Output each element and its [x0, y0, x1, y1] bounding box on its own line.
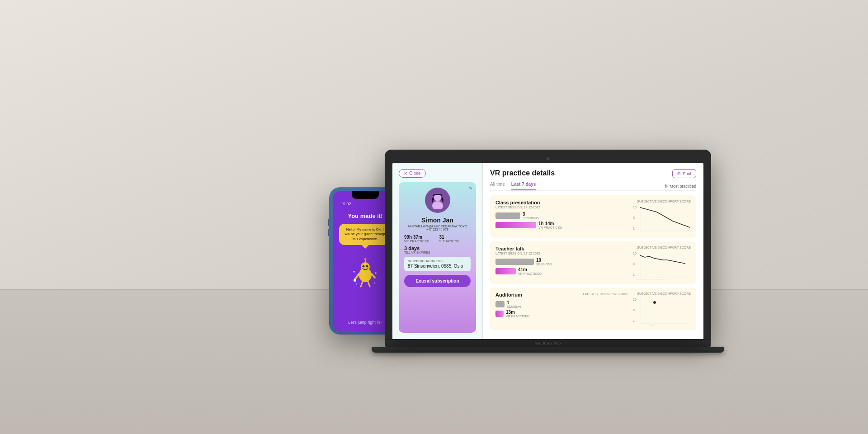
close-label: Close [409, 171, 421, 176]
profile-name: Simon Jan [404, 217, 471, 224]
days-till-label: TILL VR EXPIRES [404, 251, 471, 254]
sessions-count-2: 1 SESSION [507, 300, 521, 308]
sort-label: Most practiced [670, 184, 696, 189]
panel-header: VR practice details ⊞ Print [490, 169, 696, 178]
svg-point-14 [374, 283, 375, 284]
shipping-box: SHIPPING ADDRESS 87 Sinsenveien, 0585, O… [404, 257, 471, 271]
right-panel: VR practice details ⊞ Print All time Las… [483, 163, 703, 339]
situations-label: SITUATIONS [439, 240, 471, 243]
print-button[interactable]: ⊞ Print [672, 169, 696, 178]
svg-text:10: 10 [633, 252, 637, 255]
bar-pink-0 [495, 222, 536, 228]
card-left-0: Class presentation LATEST SESSION: 22-12… [495, 200, 627, 233]
bar-row-sessions-0: 3 SESSIONS [495, 212, 627, 220]
tab-all-time[interactable]: All time [490, 182, 505, 190]
bar-row-vr-2: 13m VR PRACTICED [495, 310, 627, 318]
situations-stat: 31 SITUATIONS [439, 235, 471, 243]
profile-card: ✎ Simon Jan AKHTAR.LAVA@LAH [399, 182, 476, 333]
practice-card-2: Auditorium LATEST SESSION: 23-12-2022 1 … [490, 288, 696, 330]
svg-point-2 [363, 265, 365, 268]
vr-time-2: 13m VR PRACTICED [506, 310, 529, 318]
svg-line-10 [368, 282, 370, 287]
svg-point-13 [375, 272, 377, 274]
card-session-date-1: LATEST SESSION: 17-12-2022 [495, 252, 627, 255]
bar-gray-0 [495, 212, 520, 219]
phone-vol-up-button [328, 219, 329, 226]
svg-point-7 [354, 279, 356, 282]
chart-svg-0: 10 5 1 01 02 03 Sessions [632, 204, 691, 233]
vr-time-1: 41m VR PRACTICED [518, 267, 542, 275]
svg-line-8 [372, 274, 375, 278]
laptop-screen: ✕ Close ✎ S [392, 163, 703, 339]
shipping-address: 87 Sinsenveien, 0585, Oslo [408, 264, 467, 269]
chart-label-1: SUBJECTIVE DISCOMFORT SCORE [632, 246, 691, 249]
chart-area-1: 10 5 1 01 02 03 04 05 06 07 08 09 10 Ses… [632, 250, 691, 279]
close-icon: ✕ [404, 171, 407, 176]
left-panel: ✕ Close ✎ S [392, 163, 483, 339]
card-right-2: SUBJECTIVE DISCOMFORT SCORE 10 5 1 01 [632, 292, 691, 326]
sort-button[interactable]: ⇅ Most practiced [665, 184, 696, 189]
chart-svg-1: 10 5 1 01 02 03 04 05 06 07 08 09 10 Ses… [632, 250, 691, 279]
avatar-silhouette [429, 191, 447, 209]
edit-icon[interactable]: ✎ [469, 186, 472, 191]
bar-gray-2 [495, 301, 505, 307]
svg-text:01 02 03 04 05 06 07 08 09 10: 01 02 03 04 05 06 07 08 09 10 [637, 278, 667, 279]
speech-bubble: Hello! My name is Oki. I will be your gu… [339, 224, 392, 245]
phone-vol-down-button [328, 229, 329, 236]
bar-pink-1 [495, 268, 516, 274]
days-till: 3 days TILL VR EXPIRES [404, 245, 471, 254]
close-button[interactable]: ✕ Close [399, 169, 426, 178]
card-session-date-0: LATEST SESSION: 22-12-2022 [495, 206, 627, 209]
svg-text:01: 01 [650, 325, 653, 326]
laptop-screen-outer: ✕ Close ✎ S [385, 150, 711, 339]
extend-subscription-button[interactable]: Extend subscription [404, 275, 471, 287]
card-left-2: Auditorium LATEST SESSION: 23-12-2022 1 … [495, 292, 627, 326]
svg-point-11 [353, 271, 355, 273]
bar-row-sessions-1: 10 SESSIONS [495, 258, 627, 266]
bar-group-0: 3 SESSIONS 1h 14m VR PRACTICED [495, 212, 627, 229]
robot-icon [349, 256, 381, 292]
bar-group-1: 10 SESSIONS 41m VR PRACTICED [495, 258, 627, 275]
shipping-label: SHIPPING ADDRESS [408, 259, 467, 263]
bar-gray-1 [495, 259, 534, 265]
tab-last-7-days[interactable]: Last 7 days [511, 182, 536, 190]
svg-text:1: 1 [633, 273, 635, 276]
practice-card-1: Teacher talk LATEST SESSION: 17-12-2022 … [490, 241, 696, 284]
phone-title: You made it! [348, 212, 382, 219]
card-title-0: Class presentation [495, 200, 627, 205]
card-right-0: SUBJECTIVE DISCOMFORT SCORE 10 5 1 01 [632, 200, 691, 233]
bar-row-sessions-2: 1 SESSION [495, 300, 627, 308]
laptop-brand-logo: MacBook Pro [534, 341, 561, 345]
practice-card-0: Class presentation LATEST SESSION: 22-12… [490, 195, 696, 238]
svg-text:02: 02 [655, 232, 658, 233]
card-title-1: Teacher talk [495, 246, 627, 251]
svg-text:5: 5 [633, 262, 635, 265]
tabs-container: All time Last 7 days [490, 182, 536, 190]
phone-time: 19:02 [341, 202, 351, 206]
situations-value: 31 [439, 235, 471, 240]
svg-text:10: 10 [633, 298, 637, 301]
profile-email: AKHTAR.LAVA@LAHOREDAPAVA.YOYO +47 123 45… [404, 225, 471, 231]
sessions-count-0: 3 SESSIONS [523, 212, 539, 220]
bar-row-vr-1: 41m VR PRACTICED [495, 267, 627, 275]
jump-link[interactable]: Let's jump right in › [348, 320, 382, 325]
chart-area-2: 10 5 1 01 Sessions [632, 296, 691, 326]
chart-area-0: 10 5 1 01 02 03 Sessions [632, 204, 691, 233]
vr-practiced-stat: 99h 37m VR PRACTICED [404, 235, 436, 243]
svg-text:1: 1 [633, 319, 635, 322]
laptop-bottom-chassis [372, 347, 724, 353]
laptop-base: MacBook Pro [385, 339, 711, 347]
practice-list: Class presentation LATEST SESSION: 22-12… [490, 195, 696, 330]
svg-line-9 [361, 282, 363, 287]
chart-svg-2: 10 5 1 01 Sessions [632, 296, 691, 326]
card-right-1: SUBJECTIVE DISCOMFORT SCORE 10 5 1 01 0 [632, 246, 691, 279]
card-left-1: Teacher talk LATEST SESSION: 17-12-2022 … [495, 246, 627, 279]
svg-text:01: 01 [640, 232, 643, 233]
vr-practiced-value: 99h 37m [404, 235, 436, 240]
bar-row-vr-0: 1h 14m VR PRACTICED [495, 221, 627, 229]
svg-text:5: 5 [633, 308, 635, 311]
svg-text:03: 03 [672, 232, 675, 233]
vr-time-0: 1h 14m VR PRACTICED [538, 221, 562, 229]
phone-notch [352, 191, 379, 199]
svg-text:10: 10 [633, 206, 637, 209]
